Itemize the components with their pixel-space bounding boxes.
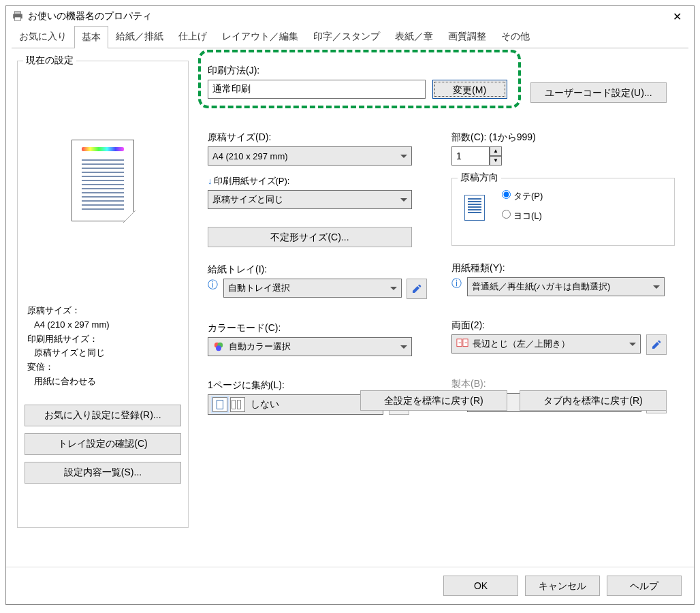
tab-other[interactable]: その他 [494,25,537,48]
document-code: D0DXDA7229 [625,609,690,610]
print-method-field[interactable]: 通常印刷 [208,80,426,99]
settings-list-button[interactable]: 設定内容一覧(S)... [25,462,181,484]
copies-up-button[interactable]: ▲ [490,146,502,156]
print-method-label: 印刷方法(J): [208,65,675,77]
tray-edit-button[interactable] [407,279,427,299]
nup-option-1[interactable] [212,397,227,412]
print-paper-label: ↓印刷用紙サイズ(P): [208,175,439,187]
chevron-down-icon [400,155,407,158]
tab-basic[interactable]: 基本 [74,26,108,48]
orientation-portrait-radio[interactable]: タテ(P) [498,188,543,202]
tab-favorites[interactable]: お気に入り [12,25,74,48]
ok-button[interactable]: OK [443,576,518,596]
reset-tab-button[interactable]: タブ内を標準に戻す(R) [520,390,667,411]
preview-area [25,68,181,293]
nup-option-2[interactable] [230,397,245,412]
doc-size-value: A4 (210 x 297 mm) [212,151,288,161]
confirm-tray-button[interactable]: トレイ設定の確認(C) [25,433,181,455]
nup-select[interactable]: しない [208,394,383,415]
settings-summary: 原稿サイズ： A4 (210 x 297 mm) 印刷用紙サイズ： 原稿サイズと… [25,302,181,398]
tab-stamp[interactable]: 印字／スタンプ [306,25,387,48]
summary-size-label: 原稿サイズ： [27,304,178,318]
duplex-value: 長辺とじ（左／上開き） [473,338,625,350]
window-title: お使いの機器名のプロパティ [28,10,666,22]
custom-size-button[interactable]: 不定形サイズ(C)... [208,227,412,247]
chevron-down-icon [390,287,397,290]
doc-size-label: 原稿サイズ(D): [208,131,439,144]
doc-size-select[interactable]: A4 (210 x 297 mm) [208,146,412,166]
summary-paper-label: 印刷用紙サイズ： [27,332,178,347]
copies-label: 部数(C): (1から999) [451,131,675,144]
print-paper-select[interactable]: 原稿サイズと同じ [208,190,412,209]
summary-zoom-value: 用紙に合わせる [34,375,178,389]
chevron-down-icon [400,198,407,202]
color-mode-label: カラーモード(C): [208,322,439,334]
user-code-button[interactable]: ユーザーコード設定(U)... [530,82,667,103]
tray-select[interactable]: 自動トレイ選択 [223,279,402,298]
tab-finishing[interactable]: 仕上げ [171,25,214,48]
svg-point-5 [216,345,221,351]
copies-down-button[interactable]: ▼ [490,156,502,166]
tab-layout-edit[interactable]: レイアウト／編集 [214,25,306,48]
color-mode-select[interactable]: 自動カラー選択 [208,337,412,356]
duplex-select[interactable]: 長辺とじ（左／上開き） [451,334,641,353]
cancel-button[interactable]: キャンセル [525,576,600,596]
copies-spinbox[interactable]: ▲ ▼ [451,146,502,166]
current-settings-label: 現在の設定 [23,54,76,67]
svg-rect-2 [15,17,21,20]
info-icon[interactable]: ⓘ [451,277,462,289]
chevron-down-icon [629,343,636,346]
paper-type-value: 普通紙／再生紙(ハガキは自動選択) [472,281,611,293]
tab-paper-feed[interactable]: 給紙／排紙 [108,25,171,48]
orientation-label: 原稿方向 [458,172,501,184]
svg-rect-1 [15,12,21,14]
chevron-down-icon [400,345,407,349]
print-method-change-button[interactable]: 変更(M) [432,80,507,99]
printer-icon [12,11,24,22]
printer-properties-dialog: お使いの機器名のプロパティ ✕ お気に入り 基本 給紙／排紙 仕上げ レイアウト… [5,5,695,605]
help-button[interactable]: ヘルプ [607,576,682,596]
info-icon[interactable]: ⓘ [208,279,218,290]
title-bar: お使いの機器名のプロパティ ✕ [6,6,694,27]
duplex-label: 両面(2): [451,319,675,332]
tray-label: 給紙トレイ(I): [208,264,439,276]
print-paper-value: 原稿サイズと同じ [212,193,283,206]
tab-bar: お気に入り 基本 給紙／排紙 仕上げ レイアウト／編集 印字／スタンプ 表紙／章… [12,27,688,48]
current-settings-group: 現在の設定 原稿サイズ： A4 (210 x 297 mm) 印刷用紙サイ [17,61,189,528]
paper-type-label: 用紙種類(Y): [451,262,675,274]
nup-value: しない [251,398,369,411]
orientation-landscape-radio[interactable]: ヨコ(L) [498,208,543,222]
preview-document-icon [71,140,134,221]
chevron-down-icon [653,285,660,289]
arrow-down-icon: ↓ [208,176,212,186]
summary-zoom-label: 変倍： [27,360,178,375]
duplex-icon [456,338,468,350]
duplex-edit-button[interactable] [646,334,667,355]
paper-type-select[interactable]: 普通紙／再生紙(ハガキは自動選択) [467,277,665,296]
summary-size-value: A4 (210 x 297 mm) [34,318,178,332]
dialog-footer: OK キャンセル ヘルプ [6,567,694,604]
close-icon[interactable]: ✕ [666,7,688,26]
copies-input[interactable] [451,146,490,166]
tab-quality[interactable]: 画質調整 [441,25,494,48]
tray-value: 自動トレイ選択 [228,282,290,294]
reset-all-button[interactable]: 全設定を標準に戻す(R) [360,390,507,411]
color-mode-value: 自動カラー選択 [229,341,396,353]
register-favorite-button[interactable]: お気に入り設定に登録(R)... [25,405,181,426]
tab-cover-chapter[interactable]: 表紙／章 [387,25,441,48]
color-wheel-icon [212,341,225,353]
booklet-label: 製本(B): [451,378,675,390]
summary-paper-value: 原稿サイズと同じ [34,346,178,360]
orientation-preview-icon [464,195,485,221]
